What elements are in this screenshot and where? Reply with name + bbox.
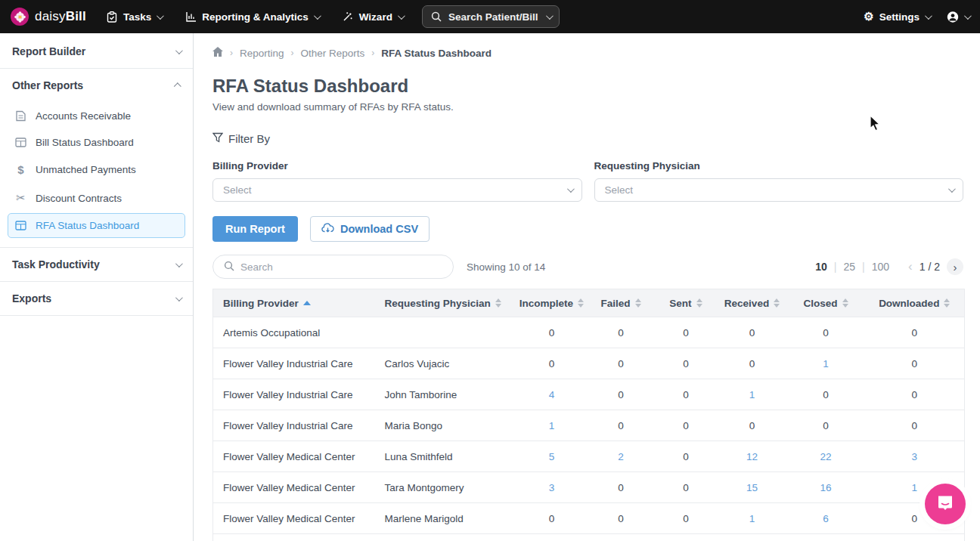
column-header-billing-provider[interactable]: Billing Provider [213,289,375,317]
cell-requesting-physician: Luna Smithfeld [375,441,516,472]
filter-by-heading: Filter By [212,132,963,145]
prev-page-button[interactable]: ‹ [908,259,913,274]
cell-requesting-physician: Tara Montgomery [375,472,516,503]
sidebar-item-bill-status-dashboard[interactable]: Bill Status Dashboard [8,130,185,155]
count-link[interactable]: 22 [820,451,831,462]
menu-wizard[interactable]: Wizard [342,11,403,23]
count-link[interactable]: 3 [549,482,555,493]
search-patient-bill-button[interactable]: Search Patient/Bill [422,5,560,28]
count-link[interactable]: 1 [911,482,917,493]
sidebar-item-accounts-receivable[interactable]: Accounts Receivable [8,104,185,128]
count-value: 0 [618,389,624,400]
column-header-incomplete[interactable]: Incomplete [516,289,588,317]
cell-count: 0 [718,410,787,441]
table-row: Flower Valley Medical CenterMarlene Mari… [213,503,965,534]
page-title: RFA Status Dashboard [212,76,963,97]
menu-reporting-analytics[interactable]: Reporting & Analytics [185,11,319,23]
search-icon [224,261,234,274]
cell-count: 2 [588,441,655,472]
chat-launcher-button[interactable] [925,484,966,524]
account-menu[interactable] [947,11,969,23]
column-header-sent[interactable]: Sent [655,289,718,317]
chevron-down-icon [546,12,554,20]
chevron-down-icon [925,12,932,20]
cell-count: 15 [718,472,787,503]
requesting-physician-select[interactable]: Select [594,178,964,202]
sidebar-item-label: Unmatched Payments [36,164,136,175]
count-link[interactable]: 6 [823,513,829,524]
sidebar-item-rfa-status-dashboard[interactable]: RFA Status Dashboard [8,213,185,238]
download-csv-button[interactable]: Download CSV [310,216,430,242]
table-row: Flower Valley Medical CenterLuna Smithfe… [213,441,965,472]
billing-provider-select[interactable]: Select [212,178,582,202]
count-link[interactable]: 15 [746,482,758,493]
count-link[interactable]: 4 [549,389,555,400]
section-label: Other Reports [12,79,83,91]
cell-count: 0 [865,348,965,379]
column-header-received[interactable]: Received [718,289,787,317]
next-page-button[interactable]: › [947,258,963,275]
brand-logo[interactable]: daisyBill [11,8,86,26]
cell-count: 0 [718,348,787,379]
run-report-button[interactable]: Run Report [212,216,298,242]
dollar-icon: $ [14,163,27,176]
count-link[interactable]: 1 [549,420,555,431]
section-label: Exports [12,292,51,305]
home-icon[interactable] [212,47,223,59]
count-link[interactable]: 16 [820,482,831,493]
cell-billing-provider: Flower Valley Industrial Care [213,410,375,441]
count-link[interactable]: 12 [746,451,758,462]
column-header-failed[interactable]: Failed [588,289,655,317]
sort-icon [944,298,950,308]
count-link[interactable]: 2 [618,451,624,462]
sidebar: Report Builder Other Reports Accounts Re… [0,33,194,541]
sidebar-section-report-builder[interactable]: Report Builder [0,35,193,69]
chart-icon [185,11,197,23]
sidebar-item-discount-contracts[interactable]: ✂ Discount Contracts [8,184,185,212]
breadcrumb: › Reporting › Other Reports › RFA Status… [212,47,963,59]
chevron-up-icon [174,82,181,90]
cell-count: 0 [787,410,865,441]
sort-icon [842,298,848,308]
column-header-downloaded[interactable]: Downloaded [865,289,965,317]
cell-count: 3 [516,472,588,503]
chevron-down-icon [157,12,164,20]
chevron-down-icon [398,12,405,20]
menu-tasks-label: Tasks [123,11,151,23]
sidebar-section-exports[interactable]: Exports [0,282,193,316]
top-navbar: daisyBill Tasks Reporting & Analytics Wi… [0,0,980,33]
column-header-closed[interactable]: Closed [787,289,865,317]
select-placeholder: Select [605,184,634,196]
menu-tasks[interactable]: Tasks [106,11,162,23]
sort-icon [774,298,780,308]
count-value: 0 [683,513,689,524]
count-value: 0 [823,327,829,339]
sidebar-section-other-reports[interactable]: Other Reports [0,69,193,102]
page-size-10[interactable]: 10 [815,261,827,273]
sort-icon [635,298,641,308]
chevron-down-icon [314,12,321,20]
breadcrumb-other-reports[interactable]: Other Reports [301,48,365,59]
breadcrumb-separator: › [230,48,233,58]
breadcrumb-reporting[interactable]: Reporting [240,48,284,59]
main-content: › Reporting › Other Reports › RFA Status… [194,33,980,541]
sidebar-item-unmatched-payments[interactable]: $ Unmatched Payments [8,156,185,183]
page-size-25[interactable]: 25 [844,261,856,273]
count-value: 0 [618,358,624,369]
settings-menu[interactable]: ⚙ Settings [864,10,930,23]
cell-count: 6 [787,503,865,534]
cell-count: 0 [588,317,655,348]
count-value: 0 [823,389,829,400]
count-link[interactable]: 1 [823,358,829,369]
count-link[interactable]: 1 [749,513,755,524]
column-header-requesting-physician[interactable]: Requesting Physician [375,289,516,317]
chevron-down-icon [175,260,183,267]
count-link[interactable]: 5 [549,451,555,462]
sidebar-section-task-productivity[interactable]: Task Productivity [0,248,193,282]
page-size-100[interactable]: 100 [872,261,889,273]
count-link[interactable]: 1 [749,389,755,400]
count-value: 0 [618,420,624,431]
sidebar-item-label: Bill Status Dashboard [36,137,134,148]
count-link[interactable]: 3 [911,451,917,462]
table-search-input[interactable]: Search [212,255,454,279]
